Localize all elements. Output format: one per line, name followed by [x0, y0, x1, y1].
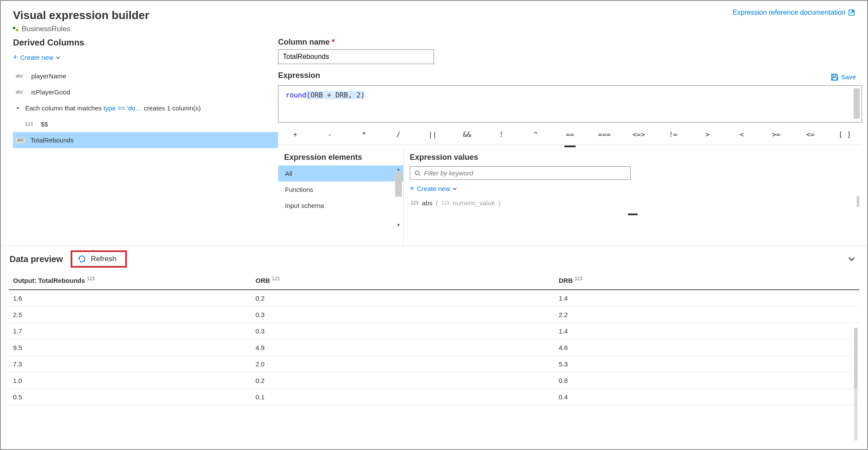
table-cell: 0.3 — [251, 307, 554, 323]
table-cell: 1.7 — [9, 323, 251, 340]
column-name-input[interactable] — [278, 49, 434, 64]
table-cell: 4.9 — [251, 340, 554, 356]
refresh-button[interactable]: Refresh — [71, 250, 127, 268]
operator-button[interactable]: ! — [484, 129, 518, 140]
table-row[interactable]: 1.60.21.4 — [9, 290, 859, 307]
pattern-prefix: Each column that matches — [25, 104, 104, 112]
caret-down-icon — [16, 106, 20, 110]
column-label: playerName — [31, 72, 66, 80]
table-cell: 5.3 — [554, 356, 859, 372]
operator-button[interactable]: <=> — [622, 129, 656, 140]
table-row[interactable]: 1.00.20.8 — [9, 372, 859, 389]
table-cell: 0.4 — [554, 389, 859, 405]
table-cell: 2.2 — [554, 307, 859, 323]
create-new-label: Create new — [20, 54, 54, 61]
value-item-abs[interactable]: 123 abs (123 numeric_value) — [410, 197, 856, 208]
plus-icon: + — [410, 184, 415, 193]
scrollbar[interactable] — [857, 196, 859, 207]
table-cell: 1.0 — [9, 372, 251, 389]
create-new-value-button[interactable]: + Create new — [410, 184, 856, 193]
values-filter-input[interactable] — [410, 166, 631, 180]
column-label: isPlayerGood — [31, 88, 70, 96]
operator-button[interactable]: - — [312, 129, 347, 140]
chevron-down-icon — [56, 55, 60, 60]
save-label: Save — [841, 73, 856, 81]
table-header[interactable]: Output: TotalRebounds 123 — [9, 271, 251, 290]
doc-reference-link[interactable]: Expression reference documentation — [732, 9, 855, 16]
collapse-chevron-icon[interactable] — [848, 256, 855, 262]
operator-button[interactable]: || — [415, 129, 450, 140]
pattern-text: Each column that matches type == 'do… cr… — [25, 104, 201, 112]
expression-fn: round — [285, 91, 306, 99]
operator-button[interactable]: == — [553, 129, 587, 140]
column-item-totalrebounds[interactable]: ANY TotalRebounds — [13, 132, 278, 148]
values-filter-field[interactable] — [424, 169, 626, 177]
table-cell: 0.3 — [251, 323, 554, 340]
svg-point-5 — [415, 171, 419, 175]
table-row[interactable]: 9.54.94.6 — [9, 340, 859, 356]
page-title: Visual expression builder — [13, 9, 149, 22]
table-header[interactable]: DRB 123 — [554, 271, 859, 290]
type-badge-123: 123 — [411, 201, 418, 205]
table-row[interactable]: 0.50.10.4 — [9, 389, 859, 405]
table-header[interactable]: ORB 123 — [251, 271, 554, 290]
table-cell: 0.2 — [251, 290, 554, 307]
table-cell: 0.5 — [9, 389, 251, 405]
svg-rect-4 — [832, 78, 837, 80]
expression-editor[interactable]: round(ORB + DRB, 2) — [278, 85, 862, 123]
scrollbar[interactable] — [854, 328, 858, 440]
elements-item-functions[interactable]: Functions — [278, 181, 403, 197]
scrollbar[interactable] — [854, 88, 860, 119]
plus-icon: + — [13, 53, 18, 62]
operator-button[interactable]: ^ — [518, 129, 553, 140]
data-preview-title: Data preview — [10, 254, 63, 264]
operator-button[interactable]: < — [725, 129, 759, 140]
create-new-value-label: Create new — [417, 185, 450, 192]
scrollbar[interactable]: ▲ ▼ — [395, 167, 402, 227]
table-cell: 1.6 — [9, 290, 251, 307]
pattern-expr: type == 'do… — [104, 104, 142, 112]
elements-item-all[interactable]: All — [278, 165, 403, 181]
column-item-playername[interactable]: abc playerName — [13, 68, 278, 84]
type-badge-123: 123 — [25, 122, 36, 126]
transform-name: BusinessRules — [22, 25, 70, 33]
table-cell: 7.3 — [9, 356, 251, 372]
expression-elements-title: Expression elements — [278, 148, 403, 165]
refresh-icon — [78, 255, 86, 263]
table-cell: 1.4 — [554, 290, 859, 307]
svg-rect-3 — [833, 74, 836, 76]
table-row[interactable]: 7.32.05.3 — [9, 356, 859, 372]
column-item-pattern[interactable]: Each column that matches type == 'do… cr… — [13, 100, 278, 116]
save-icon — [831, 73, 839, 81]
table-cell: 0.8 — [554, 372, 859, 389]
table-row[interactable]: 1.70.31.4 — [9, 323, 859, 340]
create-new-column-button[interactable]: + Create new — [13, 50, 278, 68]
column-label: TotalRebounds — [30, 136, 74, 144]
table-row[interactable]: 2.50.32.2 — [9, 307, 859, 323]
derived-columns-list: abc playerName abc isPlayerGood Each col… — [13, 68, 278, 148]
column-label: $$ — [41, 120, 48, 128]
chevron-down-icon — [453, 187, 457, 191]
type-badge-abc: abc — [16, 74, 26, 78]
operator-button[interactable]: != — [656, 129, 690, 140]
table-cell: 1.4 — [554, 323, 859, 340]
save-button[interactable]: Save — [831, 73, 862, 81]
operator-button[interactable]: <= — [793, 129, 827, 140]
operator-button[interactable]: >= — [759, 129, 793, 140]
svg-rect-2 — [16, 29, 18, 31]
operator-button[interactable]: && — [450, 129, 484, 140]
transform-icon — [13, 26, 19, 32]
column-item-dollardollar[interactable]: 123 $$ — [13, 116, 278, 132]
operator-button[interactable]: * — [347, 129, 381, 140]
elements-item-input-schema[interactable]: Input schema — [278, 197, 403, 214]
operator-toolbar: +-*/||&&!^=====<=>!=><>=<=[ ] — [278, 123, 862, 145]
value-fn-arg: numeric_value — [453, 199, 495, 207]
column-name-label: Column name * — [278, 38, 862, 47]
operator-button[interactable]: + — [278, 129, 312, 140]
operator-button[interactable]: / — [381, 129, 415, 140]
operator-button[interactable]: > — [690, 129, 725, 140]
operator-button[interactable]: [ ] — [828, 129, 862, 140]
operator-button[interactable]: === — [587, 129, 622, 140]
column-item-isplayergood[interactable]: abc isPlayerGood — [13, 84, 278, 100]
resize-handle[interactable] — [410, 213, 856, 215]
